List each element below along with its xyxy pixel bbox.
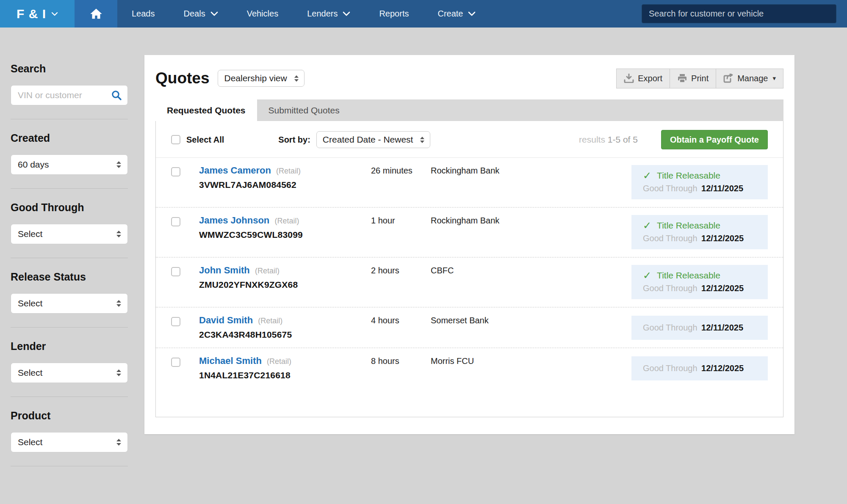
check-icon: ✓ [643,171,651,181]
title-releasable-label: Title Releasable [657,171,720,181]
deal-type-label: (Retail) [276,167,301,175]
select-arrows-icon [116,300,122,307]
vin-text: 1N4AL21E37C216618 [199,370,371,380]
quote-row: John Smith (Retail) ZMU202YFNXK9ZGX68 2 … [156,257,783,307]
tab-requested-quotes[interactable]: Requested Quotes [155,99,257,121]
results-count: results 1-5 of 5 [579,135,638,145]
created-select[interactable]: 60 days [11,154,128,175]
nav-item-deals[interactable]: Deals [169,0,233,28]
status-badge: Good Through 12/11/2025 [631,316,768,340]
good-through-date: 12/12/2025 [701,284,744,293]
customer-link[interactable]: David Smith [199,315,253,325]
brand-label: F & I [17,7,46,21]
manage-button[interactable]: Manage ▾ [716,69,783,88]
toolbar: Export Print Manage ▾ [616,69,783,88]
sort-by-label: Sort by: [278,135,310,145]
divider [11,397,128,397]
divider [11,327,128,328]
deal-type-label: (Retail) [267,357,291,366]
vin-text: ZMU202YFNXK9ZGX68 [199,280,371,290]
quote-age: 8 hours [371,355,431,366]
tab-submitted-quotes[interactable]: Submitted Quotes [257,99,351,121]
search-heading: Search [11,63,128,75]
filter-heading-product: Product [11,410,128,422]
select-all-label: Select All [186,135,224,145]
status-badge: ✓ Title Releasable Good Through 12/11/20… [631,165,768,199]
product-select[interactable]: Select [11,432,128,452]
search-icon[interactable] [111,90,122,101]
nav-item-create[interactable]: Create [423,0,490,28]
select-arrows-icon [116,161,122,168]
row-checkbox[interactable] [171,267,180,276]
quote-age: 1 hour [371,215,431,226]
customer-link[interactable]: Michael Smith [199,355,262,366]
vin-text: 2C3KA43R48H105675 [199,330,371,340]
filter-heading-created: Created [11,132,128,144]
sort-select[interactable]: Created Date - Newest [316,131,431,148]
quote-lender: Rockingham Bank [431,215,631,226]
obtain-payoff-quote-button[interactable]: Obtain a Payoff Quote [661,130,768,149]
customer-link[interactable]: John Smith [199,265,250,275]
select-arrows-icon [116,438,122,446]
divider [11,466,128,466]
quotes-panel: Quotes Dealership view Export Print [144,55,794,434]
release-status-select[interactable]: Select [11,293,128,314]
filter-sidebar: Search Created 60 days Good Through Sele… [11,63,128,479]
deal-type-label: (Retail) [274,217,299,225]
vin-text: WMWZC3C59CWL83099 [199,230,371,240]
quote-row: James Cameron (Retail) 3VWRL7AJ6AM084562… [156,158,783,207]
filter-heading-good-through: Good Through [11,201,128,214]
nav-item-reports[interactable]: Reports [365,0,423,28]
row-checkbox[interactable] [171,167,180,176]
quote-lender: Morris FCU [431,355,631,366]
select-arrows-icon [420,136,425,143]
home-button[interactable] [75,0,117,28]
home-icon [90,8,102,20]
quote-age: 26 minutes [371,165,431,176]
customer-link[interactable]: James Cameron [199,165,271,176]
nav-item-lenders[interactable]: Lenders [293,0,365,28]
select-arrows-icon [116,369,122,377]
nav-item-vehicles[interactable]: Vehicles [233,0,293,28]
good-through-date: 12/11/2025 [701,323,743,332]
quotes-list: Select All Sort by: Created Date - Newes… [155,121,783,417]
list-controls: Select All Sort by: Created Date - Newes… [156,121,783,158]
page-title: Quotes [155,69,209,87]
good-through-date: 12/11/2025 [701,184,743,193]
title-releasable-label: Title Releasable [657,220,720,231]
select-arrows-icon [294,75,299,82]
view-select[interactable]: Dealership view [218,70,304,87]
lender-select[interactable]: Select [11,363,128,383]
print-button[interactable]: Print [670,69,716,88]
check-icon: ✓ [643,220,651,231]
nav-item-leads[interactable]: Leads [117,0,169,28]
good-through-label: Good Through [643,284,698,293]
divider [11,188,128,189]
quote-lender: Rockingham Bank [431,165,631,176]
good-through-date: 12/12/2025 [701,364,744,373]
vin-customer-search-input[interactable] [11,85,128,105]
row-checkbox[interactable] [171,217,180,226]
status-badge: ✓ Title Releasable Good Through 12/12/20… [631,215,768,249]
good-through-label: Good Through [643,234,698,243]
brand-menu[interactable]: F & I [0,0,75,28]
customer-link[interactable]: James Johnson [199,215,269,226]
caret-down-icon: ▾ [772,74,776,82]
quote-lender: CBFC [431,265,631,275]
chevron-down-icon [468,11,476,16]
row-checkbox[interactable] [171,358,180,367]
export-button[interactable]: Export [616,69,670,88]
quote-row: James Johnson (Retail) WMWZC3C59CWL83099… [156,207,783,257]
status-badge: ✓ Title Releasable Good Through 12/12/20… [631,265,768,299]
vin-text: 3VWRL7AJ6AM084562 [199,180,371,190]
divider [11,258,128,258]
select-all-checkbox[interactable] [171,135,180,144]
good-through-date: 12/12/2025 [701,234,744,243]
row-checkbox[interactable] [171,317,180,326]
global-search-input[interactable] [642,4,836,23]
good-through-select[interactable]: Select [11,224,128,244]
quote-age: 2 hours [371,265,431,275]
status-badge: Good Through 12/12/2025 [631,356,768,380]
download-icon [624,74,634,83]
select-arrows-icon [116,230,122,238]
